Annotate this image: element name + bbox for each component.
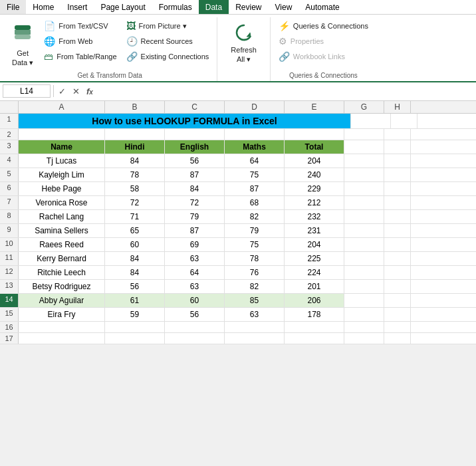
cell-data[interactable]: 78 (105, 168, 165, 181)
header-hindi[interactable]: Hindi (105, 140, 165, 154)
cell-2-g[interactable] (344, 129, 384, 140)
cell-1-g[interactable] (351, 114, 391, 128)
menu-data[interactable]: Data (199, 0, 229, 14)
cell-extra[interactable] (344, 182, 384, 195)
cell-extra[interactable] (344, 294, 384, 307)
cell-extra[interactable] (344, 210, 384, 223)
menu-home[interactable]: Home (26, 0, 60, 14)
cell-data[interactable]: 71 (105, 210, 165, 223)
cell-data[interactable]: 224 (285, 266, 344, 279)
cell-data[interactable]: 65 (105, 224, 165, 237)
cell-extra[interactable] (384, 168, 411, 181)
cell-data[interactable]: Abby Aguilar (19, 294, 105, 307)
cell-data[interactable]: 201 (285, 280, 344, 293)
cell-data[interactable]: 87 (165, 168, 225, 181)
properties-button[interactable]: ⚙ Properties (275, 34, 372, 49)
cell-data[interactable]: 60 (165, 294, 225, 307)
cell-extra[interactable] (384, 322, 411, 332)
cell-data[interactable]: 79 (225, 224, 285, 237)
cell-extra[interactable] (384, 154, 411, 168)
cell-extra[interactable] (384, 308, 411, 321)
col-header-d[interactable]: D (225, 101, 285, 113)
formula-cross-icon[interactable]: ✕ (70, 86, 82, 97)
cell-3-g[interactable] (344, 140, 384, 154)
cell-data[interactable]: 78 (225, 252, 285, 265)
cell-data[interactable]: Samina Sellers (19, 224, 105, 237)
cell-data[interactable]: 72 (105, 196, 165, 209)
cell-extra[interactable] (344, 333, 384, 344)
from-picture-button[interactable]: 🖼 From Picture ▾ (122, 19, 213, 33)
cell-extra[interactable] (344, 196, 384, 209)
cell-data[interactable]: Kerry Bernard (19, 252, 105, 265)
col-header-c[interactable]: C (165, 101, 225, 113)
cell-data[interactable] (285, 333, 344, 344)
menu-view[interactable]: View (269, 0, 299, 14)
col-header-b[interactable]: B (105, 101, 165, 113)
cell-data[interactable]: 225 (285, 252, 344, 265)
cell-data[interactable] (19, 322, 105, 332)
cell-data[interactable]: 87 (165, 224, 225, 237)
cell-extra[interactable] (384, 182, 411, 195)
cell-extra[interactable] (344, 154, 384, 168)
cell-2-c[interactable] (165, 129, 225, 140)
cell-data[interactable]: 64 (225, 154, 285, 168)
cell-2-e[interactable] (285, 129, 344, 140)
cell-data[interactable]: 232 (285, 210, 344, 223)
cell-extra[interactable] (384, 280, 411, 293)
header-total[interactable]: Total (285, 140, 344, 154)
title-cell[interactable]: How to use HLOOKUP FORMULA in Excel (19, 114, 351, 128)
header-english[interactable]: English (165, 140, 225, 154)
cell-reference-box[interactable] (3, 84, 51, 98)
cell-data[interactable]: 84 (105, 154, 165, 168)
workbook-links-button[interactable]: 🔗 Workbook Links (275, 49, 372, 64)
cell-data[interactable]: 56 (105, 280, 165, 293)
cell-extra[interactable] (344, 280, 384, 293)
cell-extra[interactable] (344, 168, 384, 181)
from-web-button[interactable]: 🌐 From Web (40, 34, 120, 49)
cell-data[interactable] (105, 333, 165, 344)
cell-3-h[interactable] (384, 140, 411, 154)
cell-extra[interactable] (384, 266, 411, 279)
cell-data[interactable]: 63 (165, 280, 225, 293)
cell-data[interactable] (225, 322, 285, 332)
cell-extra[interactable] (344, 238, 384, 251)
cell-data[interactable]: 59 (105, 308, 165, 321)
cell-data[interactable]: 84 (105, 252, 165, 265)
cell-2-d[interactable] (225, 129, 285, 140)
cell-data[interactable]: 85 (225, 294, 285, 307)
cell-data[interactable]: 58 (105, 182, 165, 195)
queries-connections-button[interactable]: ⚡ Queries & Connections (275, 19, 372, 33)
menu-formulas[interactable]: Formulas (152, 0, 199, 14)
cell-data[interactable]: 68 (225, 196, 285, 209)
cell-data[interactable]: 63 (165, 252, 225, 265)
cell-1-h[interactable] (391, 114, 417, 128)
cell-data[interactable] (105, 322, 165, 332)
cell-data[interactable]: Veronica Rose (19, 196, 105, 209)
cell-data[interactable]: Ritchie Leech (19, 266, 105, 279)
col-header-e[interactable]: E (285, 101, 344, 113)
cell-data[interactable]: 75 (225, 168, 285, 181)
cell-data[interactable]: 56 (165, 308, 225, 321)
cell-data[interactable]: 64 (165, 266, 225, 279)
cell-data[interactable] (165, 333, 225, 344)
cell-extra[interactable] (384, 333, 411, 344)
cell-extra[interactable] (384, 238, 411, 251)
existing-connections-button[interactable]: 🔗 Existing Connections (122, 49, 213, 64)
cell-data[interactable]: 56 (165, 154, 225, 168)
cell-data[interactable]: 75 (225, 238, 285, 251)
cell-data[interactable]: 231 (285, 224, 344, 237)
col-header-h[interactable]: H (384, 101, 411, 113)
cell-2-h[interactable] (384, 129, 411, 140)
cell-data[interactable]: 79 (165, 210, 225, 223)
cell-data[interactable]: 82 (225, 280, 285, 293)
menu-file[interactable]: File (0, 0, 26, 14)
cell-extra[interactable] (384, 252, 411, 265)
cell-extra[interactable] (384, 224, 411, 237)
cell-data[interactable]: Raees Reed (19, 238, 105, 251)
from-text-csv-button[interactable]: 📄 From Text/CSV (40, 19, 120, 33)
cell-extra[interactable] (344, 308, 384, 321)
cell-data[interactable]: 204 (285, 238, 344, 251)
formula-check-icon[interactable]: ✓ (57, 86, 68, 97)
cell-data[interactable]: 82 (225, 210, 285, 223)
cell-extra[interactable] (384, 210, 411, 223)
